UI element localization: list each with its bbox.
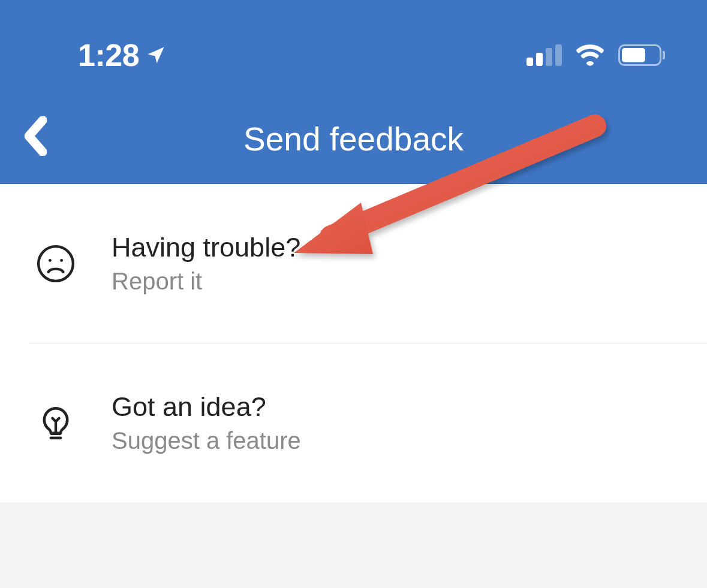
time-label: 1:28 xyxy=(78,37,139,73)
page-title: Send feedback xyxy=(243,120,464,158)
nav-row: Send feedback xyxy=(0,120,707,158)
signal-icon xyxy=(527,44,562,66)
option-text: Having trouble? Report it xyxy=(112,232,300,295)
option-text: Got an idea? Suggest a feature xyxy=(112,391,301,454)
option-got-an-idea[interactable]: Got an idea? Suggest a feature xyxy=(0,343,707,502)
svg-point-1 xyxy=(49,259,52,262)
option-having-trouble[interactable]: Having trouble? Report it xyxy=(0,184,707,343)
content: Having trouble? Report it Got an idea? S… xyxy=(0,184,707,502)
chevron-left-icon xyxy=(23,116,47,156)
status-right xyxy=(527,44,665,67)
back-button[interactable] xyxy=(23,116,47,158)
status-bar: 1:28 xyxy=(0,0,707,73)
location-icon xyxy=(145,44,167,66)
lightbulb-icon xyxy=(36,403,76,443)
battery-icon xyxy=(618,44,665,66)
option-title: Having trouble? xyxy=(112,232,300,263)
option-subtitle: Suggest a feature xyxy=(112,427,301,454)
svg-line-5 xyxy=(56,418,59,421)
svg-point-2 xyxy=(60,259,63,262)
option-subtitle: Report it xyxy=(112,268,300,295)
option-title: Got an idea? xyxy=(112,391,301,423)
sad-face-icon xyxy=(36,244,76,284)
wifi-icon xyxy=(575,44,605,67)
header: 1:28 xyxy=(0,0,707,184)
status-time: 1:28 xyxy=(78,37,167,73)
svg-point-0 xyxy=(38,246,73,281)
